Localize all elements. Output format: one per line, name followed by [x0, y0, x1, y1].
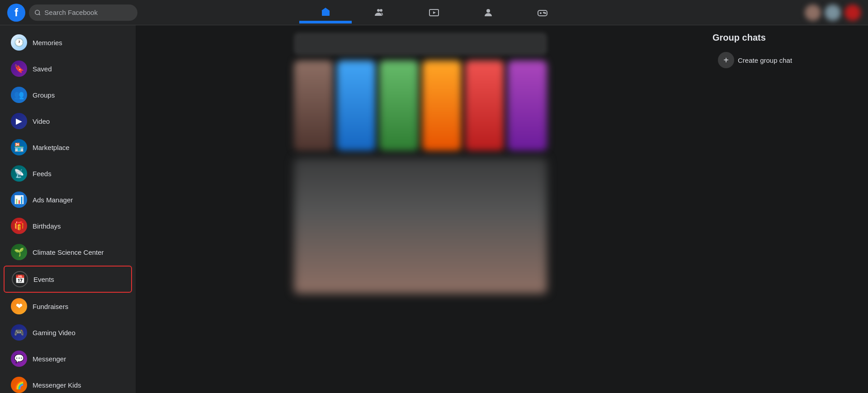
topnav-left: f: [7, 4, 143, 22]
birthdays-icon: 🎁: [11, 218, 27, 234]
facebook-logo[interactable]: f: [7, 4, 25, 22]
svg-point-10: [543, 12, 544, 13]
ads-manager-label: Ads Manager: [33, 196, 73, 204]
friends-icon: [374, 7, 385, 18]
sidebar-right: Group chats + Create group chat: [705, 25, 868, 393]
sidebar-left: 🕐Memories🔖Saved👥Groups▶Video🏪Marketplace…: [0, 25, 136, 393]
sidebar-item-messenger-kids[interactable]: 🌈Messenger Kids: [4, 372, 132, 393]
messenger-kids-icon: 🌈: [11, 377, 27, 393]
content-inner: [294, 25, 547, 306]
svg-point-6: [486, 9, 490, 13]
ads-manager-icon: 📊: [11, 192, 27, 208]
search-input[interactable]: [44, 9, 132, 16]
sidebar-item-feeds[interactable]: 📡Feeds: [4, 161, 132, 186]
saved-icon: 🔖: [11, 61, 27, 77]
sidebar-item-events[interactable]: 📅Events: [4, 266, 132, 293]
events-icon: 📅: [12, 271, 28, 287]
sidebar-item-groups[interactable]: 👥Groups: [4, 82, 132, 108]
story-thumb-2[interactable]: [337, 61, 376, 151]
story-bar: [294, 33, 547, 55]
events-label: Events: [33, 276, 54, 283]
fundraisers-icon: ❤: [11, 298, 27, 314]
sidebar-item-marketplace[interactable]: 🏪Marketplace: [4, 135, 132, 160]
story-thumb-5[interactable]: [465, 61, 505, 151]
sidebar-item-saved[interactable]: 🔖Saved: [4, 56, 132, 81]
svg-marker-5: [433, 11, 436, 14]
gaming-video-icon: 🎮: [11, 324, 27, 341]
sidebar-item-climate[interactable]: 🌱Climate Science Center: [4, 239, 132, 265]
story-thumb-6[interactable]: [508, 61, 547, 151]
gaming-icon: [537, 7, 548, 18]
story-thumbnails: [294, 61, 547, 151]
svg-point-3: [380, 9, 382, 12]
fundraisers-label: Fundraisers: [33, 303, 68, 310]
svg-point-2: [377, 9, 380, 12]
gaming-video-label: Gaming Video: [33, 329, 75, 337]
avatar-2[interactable]: [825, 5, 841, 21]
sidebar-item-fundraisers[interactable]: ❤Fundraisers: [4, 294, 132, 319]
sidebar-item-memories[interactable]: 🕐Memories: [4, 30, 132, 55]
create-group-label: Create group chat: [738, 56, 792, 64]
story-thumb-3[interactable]: [379, 61, 419, 151]
memories-label: Memories: [33, 39, 62, 47]
avatar-1[interactable]: [805, 5, 821, 21]
plus-icon: +: [718, 52, 734, 68]
feeds-label: Feeds: [33, 170, 52, 178]
svg-point-0: [35, 10, 40, 14]
main-layout: 🕐Memories🔖Saved👥Groups▶Video🏪Marketplace…: [0, 25, 868, 393]
home-icon: [320, 6, 331, 17]
profile-icon: [483, 7, 494, 18]
feeds-icon: 📡: [11, 165, 27, 182]
sidebar-item-gaming-video[interactable]: 🎮Gaming Video: [4, 320, 132, 345]
memories-icon: 🕐: [11, 34, 27, 51]
birthdays-label: Birthdays: [33, 222, 61, 230]
svg-point-11: [545, 13, 546, 14]
marketplace-icon: 🏪: [11, 139, 27, 155]
nav-friends-button[interactable]: [354, 2, 406, 23]
watch-icon: [429, 7, 439, 18]
story-thumb-1[interactable]: [294, 61, 333, 151]
create-group-button[interactable]: + Create group chat: [712, 48, 861, 72]
topnav: f: [0, 0, 868, 25]
saved-label: Saved: [33, 65, 52, 73]
messenger-icon: 💬: [11, 351, 27, 367]
groups-label: Groups: [33, 91, 55, 99]
topnav-right: [725, 5, 861, 21]
climate-label: Climate Science Center: [33, 248, 104, 256]
search-icon: [34, 9, 41, 16]
groups-icon: 👥: [11, 87, 27, 103]
sidebar-item-birthdays[interactable]: 🎁Birthdays: [4, 213, 132, 239]
messenger-kids-label: Messenger Kids: [33, 381, 81, 389]
nav-gaming-button[interactable]: [516, 2, 569, 23]
climate-icon: 🌱: [11, 244, 27, 260]
nav-profile-button[interactable]: [462, 2, 514, 23]
nav-watch-button[interactable]: [408, 2, 460, 23]
sidebar-item-ads-manager[interactable]: 📊Ads Manager: [4, 187, 132, 212]
messenger-label: Messenger: [33, 355, 66, 363]
avatar-3[interactable]: [844, 5, 861, 21]
sidebar-item-messenger[interactable]: 💬Messenger: [4, 346, 132, 371]
video-label: Video: [33, 117, 50, 125]
content-area: [136, 25, 705, 393]
search-box[interactable]: [29, 5, 137, 21]
story-thumb-4[interactable]: [422, 61, 462, 151]
nav-home-button[interactable]: [299, 2, 352, 23]
sidebar-item-video[interactable]: ▶Video: [4, 108, 132, 134]
marketplace-label: Marketplace: [33, 144, 70, 151]
feed-post-1: [294, 158, 547, 294]
video-icon: ▶: [11, 113, 27, 129]
group-chats-title: Group chats: [712, 33, 861, 43]
svg-line-1: [39, 14, 40, 15]
topnav-center: [299, 2, 569, 23]
